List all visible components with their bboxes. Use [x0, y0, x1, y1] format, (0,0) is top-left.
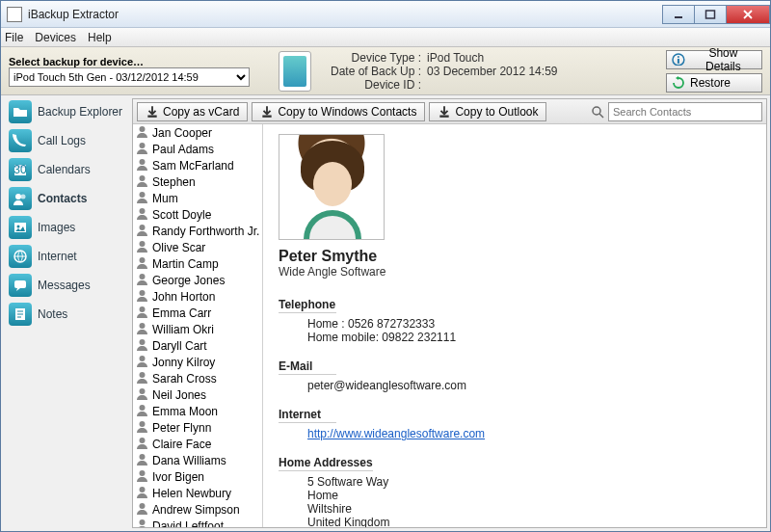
contact-row[interactable]: Claire Face: [133, 436, 262, 452]
main-panel: Copy as vCard Copy to Windows Contacts C…: [132, 98, 767, 528]
backup-date-value: 03 December 2012 14:59: [427, 65, 557, 78]
device-info-bar: Select backup for device… iPod Touch 5th…: [1, 47, 770, 95]
contact-row[interactable]: David Leftfoot: [133, 518, 262, 527]
contact-row[interactable]: Olive Scar: [133, 239, 262, 255]
contact-row[interactable]: Randy Forthworth Jr.: [133, 223, 262, 239]
menu-devices[interactable]: Devices: [35, 31, 76, 44]
person-icon: [136, 174, 148, 190]
show-details-button[interactable]: Show Details: [666, 50, 762, 69]
contact-row[interactable]: Emma Carr: [133, 305, 262, 321]
contact-row[interactable]: Andrew Simpson: [133, 501, 262, 518]
contact-row-name: Emma Moon: [152, 405, 218, 418]
contact-row[interactable]: Sarah Cross: [133, 370, 262, 386]
calendar-icon: 30: [9, 158, 32, 181]
contact-row[interactable]: Emma Moon: [133, 403, 262, 419]
sidebar-item-images[interactable]: Images: [4, 214, 129, 241]
svg-point-26: [140, 241, 146, 247]
sidebar-item-internet[interactable]: Internet: [4, 243, 129, 270]
contact-row[interactable]: George Jones: [133, 272, 262, 288]
sidebar-item-backup-explorer[interactable]: Backup Explorer: [4, 98, 129, 125]
sidebar-item-label: Messages: [38, 279, 91, 292]
person-icon: [136, 387, 148, 403]
maximize-button[interactable]: [694, 5, 727, 24]
person-icon: [136, 420, 148, 436]
app-window: iBackup Extractor File Devices Help Sele…: [0, 0, 771, 532]
copy-vcard-button[interactable]: Copy as vCard: [137, 102, 248, 121]
person-icon: [136, 404, 148, 419]
sidebar-item-notes[interactable]: Notes: [4, 301, 129, 328]
copy-windows-contacts-button[interactable]: Copy to Windows Contacts: [252, 102, 425, 121]
sidebar-item-contacts[interactable]: Contacts: [4, 185, 129, 212]
svg-point-22: [140, 175, 146, 181]
contact-row[interactable]: Jonny Kilroy: [133, 354, 262, 370]
sidebar-item-call-logs[interactable]: Call Logs: [4, 127, 129, 154]
contacts-toolbar: Copy as vCard Copy to Windows Contacts C…: [133, 99, 766, 124]
svg-rect-1: [706, 11, 715, 18]
device-type-value: iPod Touch: [427, 51, 557, 65]
search-contacts-input[interactable]: [608, 102, 762, 121]
contact-company: Wide Angle Software: [279, 265, 751, 279]
device-id-label: Device ID :: [331, 78, 421, 92]
sidebar-item-messages[interactable]: Messages: [4, 272, 129, 299]
download-icon: [438, 105, 451, 119]
contact-row[interactable]: Paul Adams: [133, 141, 262, 157]
person-icon: [136, 519, 148, 528]
menubar: File Devices Help: [1, 28, 770, 47]
contact-row[interactable]: Neil Jones: [133, 386, 262, 403]
sidebar-item-label: Images: [38, 221, 75, 234]
person-icon: [136, 469, 148, 485]
contact-row[interactable]: Daryll Cart: [133, 337, 262, 354]
person-icon: [136, 158, 148, 173]
copy-outlook-button[interactable]: Copy to Outlook: [429, 102, 546, 121]
restore-icon: [672, 76, 685, 90]
svg-point-23: [140, 192, 146, 198]
backup-selector-dropdown[interactable]: iPod Touch 5th Gen - 03/12/2012 14:59: [9, 67, 250, 87]
contact-row[interactable]: Stephen: [133, 173, 262, 190]
backup-selector-label: Select backup for device…: [9, 56, 250, 67]
close-button[interactable]: [726, 5, 770, 24]
menu-file[interactable]: File: [5, 31, 23, 44]
contact-row[interactable]: Mum: [133, 190, 262, 206]
svg-point-25: [140, 225, 146, 230]
telephone-line: Home : 0526 872732333: [307, 317, 751, 331]
menu-help[interactable]: Help: [88, 31, 112, 44]
contact-row[interactable]: William Okri: [133, 321, 262, 337]
contact-row[interactable]: Ivor Bigen: [133, 468, 262, 485]
contact-row-name: Claire Face: [152, 438, 211, 451]
contact-row[interactable]: Scott Doyle: [133, 206, 262, 223]
contact-row-name: Jan Cooper: [152, 126, 212, 140]
internet-link[interactable]: http://www.wideanglesoftware.com: [307, 427, 485, 440]
download-icon: [260, 105, 274, 119]
contacts-list[interactable]: Jan CooperPaul AdamsSam McFarlandStephen…: [133, 124, 263, 527]
person-icon: [136, 142, 148, 157]
contact-row[interactable]: Martin Camp: [133, 255, 262, 272]
person-icon: [136, 273, 148, 288]
email-heading: E-Mail: [279, 359, 336, 375]
contact-row[interactable]: Sam McFarland: [133, 157, 262, 173]
sidebar-item-label: Notes: [38, 307, 67, 321]
contact-row-name: Emma Carr: [152, 306, 211, 320]
svg-point-20: [140, 143, 146, 148]
contact-row-name: Sarah Cross: [152, 372, 217, 386]
sidebar-item-calendars[interactable]: 30Calendars: [4, 156, 129, 183]
person-icon: [136, 322, 148, 337]
messages-icon: [9, 274, 32, 297]
contact-row[interactable]: John Horton: [133, 288, 262, 305]
svg-point-31: [140, 323, 146, 329]
titlebar: iBackup Extractor: [1, 1, 770, 28]
device-id-value: [427, 78, 557, 92]
contact-row[interactable]: Helen Newbury: [133, 485, 262, 501]
contact-row-name: Daryll Cart: [152, 339, 207, 353]
contact-row[interactable]: Jan Cooper: [133, 124, 262, 141]
svg-rect-0: [675, 16, 682, 18]
contact-row[interactable]: Dana Williams: [133, 452, 262, 468]
contact-row-name: Scott Doyle: [152, 208, 211, 222]
svg-rect-16: [263, 115, 272, 117]
sidebar-item-label: Call Logs: [38, 134, 86, 147]
download-icon: [146, 105, 159, 119]
contact-row[interactable]: Peter Flynn: [133, 419, 262, 436]
minimize-button[interactable]: [662, 5, 695, 24]
person-icon: [136, 338, 148, 354]
restore-button[interactable]: Restore: [666, 73, 762, 93]
app-body: Backup ExplorerCall Logs30CalendarsConta…: [1, 95, 770, 531]
